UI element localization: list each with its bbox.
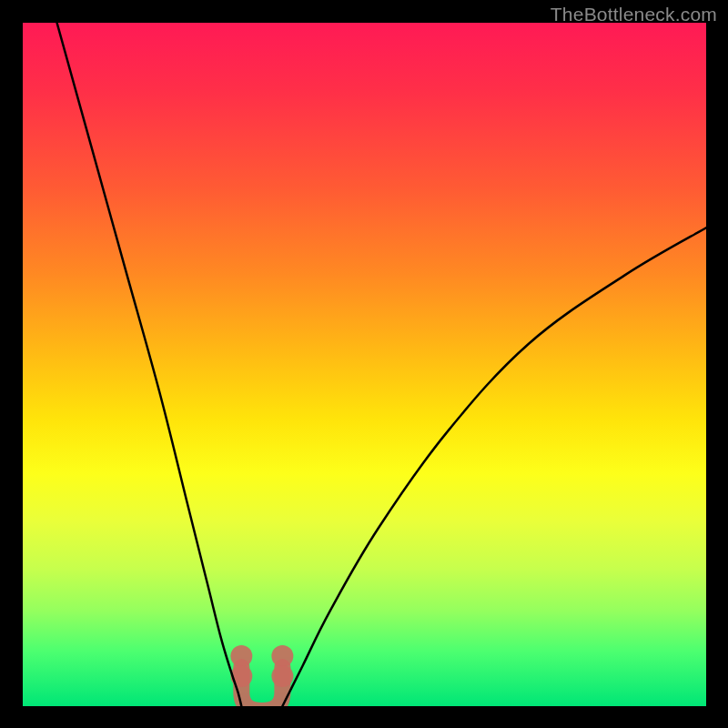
curve-right: [282, 228, 706, 706]
plot-area: [23, 23, 706, 706]
curve-layer: [23, 23, 706, 706]
watermark-text: TheBottleneck.com: [551, 4, 717, 25]
chart-root: TheBottleneck.com: [0, 0, 728, 728]
bead-right-bot: [271, 665, 293, 687]
bead-left-bot: [230, 665, 252, 687]
bead-left-top: [230, 645, 252, 667]
bead-right-top: [271, 645, 293, 667]
curve-left: [57, 23, 242, 706]
